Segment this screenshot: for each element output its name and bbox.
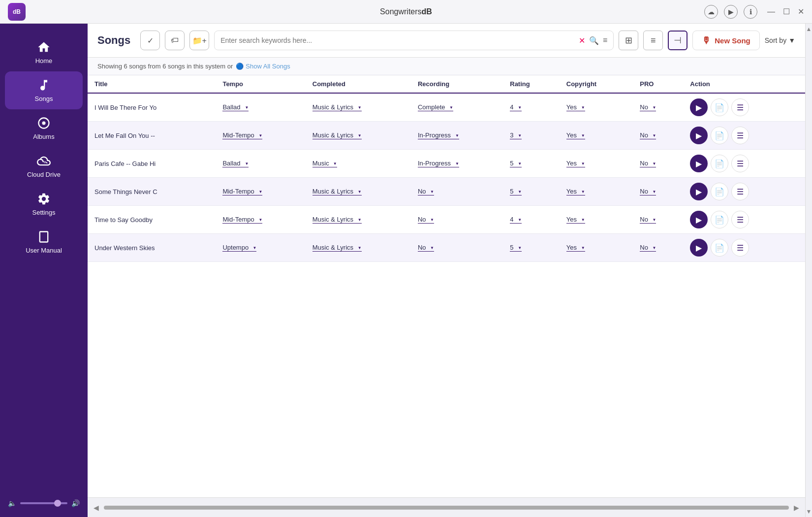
tag-button[interactable]: 🏷	[165, 31, 185, 50]
copyright-select[interactable]: Yes	[566, 244, 585, 252]
scroll-up-arrow[interactable]: ▲	[804, 24, 812, 34]
cloud-icon[interactable]: ☁	[704, 5, 718, 19]
sidebar-item-cloud-drive[interactable]: Cloud Drive	[0, 147, 88, 185]
tempo-dropdown-wrapper[interactable]: Mid-Tempo	[222, 131, 262, 139]
pro-select[interactable]: No	[640, 188, 656, 195]
sidebar-item-settings[interactable]: Settings	[0, 185, 88, 223]
document-button[interactable]: 📄	[711, 98, 728, 116]
pro-select[interactable]: No	[640, 131, 656, 139]
volume-knob[interactable]	[54, 500, 61, 507]
tempo-select[interactable]: Mid-Tempo	[222, 131, 262, 139]
completed-dropdown-wrapper[interactable]: Music	[312, 160, 337, 167]
copyright-dropdown-wrapper[interactable]: Yes	[566, 160, 585, 167]
tempo-dropdown-wrapper[interactable]: Mid-Tempo	[222, 188, 262, 195]
rating-select[interactable]: 4	[510, 216, 522, 224]
recording-select[interactable]: No	[418, 188, 434, 195]
completed-select[interactable]: Music & Lyrics	[312, 131, 362, 139]
copyright-dropdown-wrapper[interactable]: Yes	[566, 244, 585, 252]
pro-select[interactable]: No	[640, 103, 656, 111]
document-button[interactable]: 📄	[711, 239, 728, 257]
pro-select[interactable]: No	[640, 216, 656, 224]
grid-view-button[interactable]: ⊞	[619, 31, 638, 50]
sort-by-control[interactable]: Sort by ▼	[765, 36, 795, 44]
scroll-track[interactable]	[104, 506, 789, 510]
maximize-button[interactable]: ☐	[783, 7, 790, 16]
rating-select[interactable]: 4	[510, 103, 522, 111]
info-icon[interactable]: ℹ	[744, 5, 757, 19]
completed-select[interactable]: Music & Lyrics	[312, 244, 362, 252]
completed-dropdown-wrapper[interactable]: Music & Lyrics	[312, 131, 362, 139]
pro-dropdown-wrapper[interactable]: No	[640, 131, 656, 139]
tempo-dropdown-wrapper[interactable]: Ballad	[222, 103, 249, 111]
list-button[interactable]: ☰	[731, 155, 749, 172]
tempo-dropdown-wrapper[interactable]: Mid-Tempo	[222, 216, 262, 224]
recording-select[interactable]: No	[418, 216, 434, 224]
recording-select[interactable]: In-Progress	[418, 131, 459, 139]
rating-dropdown-wrapper[interactable]: 5	[510, 188, 522, 195]
rating-dropdown-wrapper[interactable]: 3	[510, 131, 522, 139]
pro-dropdown-wrapper[interactable]: No	[640, 244, 656, 252]
sidebar-item-albums[interactable]: Albums	[0, 109, 88, 147]
copyright-dropdown-wrapper[interactable]: Yes	[566, 216, 585, 224]
table-view-button[interactable]: ⊣	[668, 31, 687, 50]
copyright-dropdown-wrapper[interactable]: Yes	[566, 103, 585, 111]
rating-select[interactable]: 5	[510, 188, 522, 195]
rating-select[interactable]: 5	[510, 160, 522, 167]
tempo-select[interactable]: Uptempo	[222, 244, 256, 252]
play-button[interactable]: ▶	[690, 211, 708, 228]
tempo-select[interactable]: Ballad	[222, 160, 249, 167]
list-button[interactable]: ☰	[731, 239, 749, 257]
copyright-select[interactable]: Yes	[566, 103, 585, 111]
rating-dropdown-wrapper[interactable]: 4	[510, 216, 522, 224]
rating-select[interactable]: 5	[510, 244, 522, 252]
folder-add-button[interactable]: 📁+	[189, 31, 209, 50]
document-button[interactable]: 📄	[711, 211, 728, 228]
scroll-left-arrow[interactable]: ◀	[94, 504, 99, 512]
recording-dropdown-wrapper[interactable]: Complete	[418, 103, 453, 111]
recording-dropdown-wrapper[interactable]: No	[418, 188, 434, 195]
list-view-button[interactable]: ≡	[643, 31, 663, 50]
copyright-select[interactable]: Yes	[566, 216, 585, 224]
document-button[interactable]: 📄	[711, 155, 728, 172]
search-filter-icon[interactable]: ≡	[603, 36, 607, 45]
play-button[interactable]: ▶	[690, 127, 708, 144]
list-button[interactable]: ☰	[731, 127, 749, 144]
tempo-dropdown-wrapper[interactable]: Ballad	[222, 160, 249, 167]
check-button[interactable]: ✓	[140, 31, 160, 50]
pro-dropdown-wrapper[interactable]: No	[640, 216, 656, 224]
tempo-dropdown-wrapper[interactable]: Uptempo	[222, 244, 256, 252]
completed-select[interactable]: Music & Lyrics	[312, 216, 362, 224]
sidebar-item-home[interactable]: Home	[0, 33, 88, 71]
search-clear-icon[interactable]: ✕	[579, 36, 585, 45]
play-button[interactable]: ▶	[690, 183, 708, 200]
completed-select[interactable]: Music	[312, 160, 337, 167]
recording-dropdown-wrapper[interactable]: No	[418, 244, 434, 252]
sidebar-item-user-manual[interactable]: User Manual	[0, 223, 88, 261]
pro-select[interactable]: No	[640, 160, 656, 167]
list-button[interactable]: ☰	[731, 183, 749, 200]
rating-dropdown-wrapper[interactable]: 5	[510, 160, 522, 167]
play-button[interactable]: ▶	[690, 239, 708, 257]
close-button[interactable]: ✕	[798, 7, 804, 16]
copyright-dropdown-wrapper[interactable]: Yes	[566, 188, 585, 195]
recording-dropdown-wrapper[interactable]: No	[418, 216, 434, 224]
volume-slider[interactable]	[20, 502, 67, 504]
copyright-dropdown-wrapper[interactable]: Yes	[566, 131, 585, 139]
pro-select[interactable]: No	[640, 244, 656, 252]
play-icon[interactable]: ▶	[724, 5, 738, 19]
tempo-select[interactable]: Mid-Tempo	[222, 216, 262, 224]
document-button[interactable]: 📄	[711, 127, 728, 144]
tempo-select[interactable]: Mid-Tempo	[222, 188, 262, 195]
recording-select[interactable]: No	[418, 244, 434, 252]
rating-select[interactable]: 3	[510, 131, 522, 139]
document-button[interactable]: 📄	[711, 183, 728, 200]
recording-dropdown-wrapper[interactable]: In-Progress	[418, 160, 459, 167]
completed-dropdown-wrapper[interactable]: Music & Lyrics	[312, 216, 362, 224]
show-all-link[interactable]: 🔵 Show All Songs	[236, 63, 290, 70]
list-button[interactable]: ☰	[731, 211, 749, 228]
copyright-select[interactable]: Yes	[566, 188, 585, 195]
tempo-select[interactable]: Ballad	[222, 103, 249, 111]
search-icon[interactable]: 🔍	[589, 36, 599, 45]
copyright-select[interactable]: Yes	[566, 131, 585, 139]
pro-dropdown-wrapper[interactable]: No	[640, 103, 656, 111]
